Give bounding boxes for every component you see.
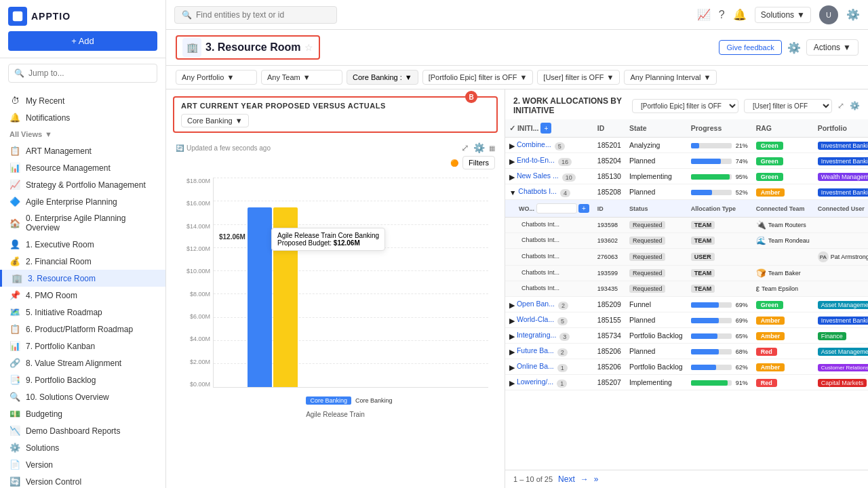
user-filter[interactable]: [User] filter is OFF ▼ (537, 70, 620, 85)
solutions-label: Solutions (761, 10, 794, 20)
expand-onlineba[interactable]: ▶ (509, 363, 515, 371)
expand-endtoen[interactable]: ▶ (509, 157, 515, 165)
sidebar-item-value-stream[interactable]: 🔗 8. Value Stream Alignment (0, 354, 165, 371)
user-work-filter[interactable]: [User] filter is OFF (744, 99, 832, 113)
expand-work-icon[interactable]: ⤢ (837, 101, 844, 110)
feedback-button[interactable]: Give feedback (719, 40, 781, 55)
chart-art-filter[interactable]: Core Banking ▼ (181, 114, 249, 127)
chart-body: $18.00M $16.00M $14.00M $12.00M $10.00M … (166, 172, 505, 488)
chart-updated: 🔄 Updated a few seconds ago (176, 144, 271, 152)
filter-icon[interactable]: ⚙️ (787, 41, 801, 54)
cell-state-newsales: Implementing (625, 169, 687, 184)
expand-chart-icon[interactable]: ⤢ (461, 142, 469, 153)
sub-table-row: Chatbots Int... 193599 Requested TEAM 🍞 … (505, 266, 868, 281)
sidebar-item-budgeting[interactable]: 💵 Budgeting (0, 405, 165, 422)
tooltip-line2: Proposed Budget: $12.06M (277, 239, 379, 247)
link-icon: 🔗 (9, 358, 20, 368)
settings-work-icon[interactable]: ⚙️ (850, 101, 860, 110)
star-icon[interactable]: ☆ (304, 42, 313, 53)
filters-button[interactable]: Filters (462, 156, 495, 169)
sidebar-item-initiative-roadmap[interactable]: 🗺️ 5. Initiative Roadmap (0, 304, 165, 321)
double-arrow[interactable]: » (594, 474, 599, 484)
settings-chart-icon[interactable]: ⚙️ (473, 142, 485, 153)
actions-button[interactable]: Actions ▼ (806, 39, 859, 56)
y-label-16: $16.00M (186, 200, 210, 207)
cell-initiative-worldcla: ▶ World-Cla... 5 (505, 312, 593, 328)
expand-chatbots[interactable]: ▼ (509, 188, 516, 197)
expand-combine[interactable]: ▶ (509, 142, 515, 150)
expand-openban[interactable]: ▶ (509, 301, 515, 309)
sidebar-item-strategy[interactable]: 📈 Strategy & Portfolio Management (0, 176, 165, 193)
sidebar-search[interactable]: 🔍 (8, 64, 157, 83)
sidebar-item-my-recent[interactable]: ⏱ My Recent (0, 92, 165, 109)
team-filter[interactable]: Any Team ▼ (261, 70, 342, 85)
sidebar-item-enterprise-overview[interactable]: 🏠 0. Enterprise Agile Planning Overview (0, 210, 165, 236)
top-bar: 🔍 📈 ? 🔔 Solutions ▼ U ⚙️ (166, 0, 868, 30)
sidebar-item-executive-room[interactable]: 👤 1. Executive Room (0, 236, 165, 253)
notification-icon[interactable]: 🔔 (733, 8, 747, 21)
bell-icon: 🔔 (9, 113, 20, 123)
expand-worldcla[interactable]: ▶ (509, 317, 515, 325)
sidebar-item-notifications[interactable]: 🔔 Notifications (0, 109, 165, 126)
portfolio-filter[interactable]: Any Portfolio ▼ (176, 70, 257, 85)
help-icon[interactable]: ? (719, 9, 725, 21)
expand-newsales[interactable]: ▶ (509, 173, 515, 181)
work-header: 2. WORK ALLOCATIONS BY INITIATIVE [Portf… (505, 89, 868, 119)
logo-icon (8, 7, 27, 26)
chevron-banking-icon: ▼ (405, 73, 412, 81)
sidebar-item-demo-dashboard[interactable]: 📉 Demo Dashboard Reports (0, 422, 165, 439)
sidebar-item-resource-room[interactable]: 🏢 3. Resource Room (0, 270, 165, 287)
page-title-box: 🏢 3. Resource Room ☆ (176, 35, 320, 60)
global-search[interactable]: 🔍 (174, 6, 337, 24)
settings-icon[interactable]: ⚙️ (846, 8, 860, 21)
next-link[interactable]: Next (558, 474, 575, 484)
col-portfolio: Portfolio (814, 119, 868, 138)
global-search-input[interactable] (196, 10, 330, 20)
add-button[interactable]: + Add (8, 31, 157, 51)
grid-chart-icon[interactable]: ▦ (489, 144, 495, 152)
sidebar-search-input[interactable] (28, 68, 151, 78)
sidebar-item-version[interactable]: 📄 Version (0, 456, 165, 473)
sub-table-header: WO... + ID Status Allocation Type Connec… (505, 200, 868, 218)
count-lowering: 1 (557, 380, 567, 388)
expand-futureba[interactable]: ▶ (509, 348, 515, 356)
sidebar-item-product-platform[interactable]: 📋 6. Product/Platform Roadmap (0, 321, 165, 338)
sidebar-item-financial-room[interactable]: 💰 2. Financial Room (0, 253, 165, 270)
agile-icon: 🔷 (9, 197, 20, 207)
next-arrow[interactable]: → (580, 474, 589, 484)
table-row: ▶ Future Ba... 2 185206 Planned 68% (505, 344, 868, 359)
cell-rag-endtoen: Green (752, 153, 814, 169)
expand-lowering[interactable]: ▶ (509, 379, 515, 387)
expand-integrating[interactable]: ▶ (509, 332, 515, 340)
add-wo-btn[interactable]: + (578, 204, 589, 213)
add-initiative-btn[interactable]: + (540, 123, 551, 134)
count-onlineba: 1 (557, 364, 568, 372)
chart-header: ART CURRENT YEAR PROPOSED VERSUS ACTUALS… (173, 96, 498, 133)
core-banking-filter[interactable]: Core Banking : ▼ (347, 70, 418, 85)
initiatives-table-container: ✓ INITI... + ID State Progress RAG Portf… (505, 119, 868, 470)
solutions-button[interactable]: Solutions ▼ (755, 7, 811, 23)
sidebar-item-portfolio-kanban[interactable]: 📊 7. Portfolio Kanban (0, 338, 165, 354)
sidebar-item-solutions[interactable]: ⚙️ Solutions (0, 439, 165, 456)
sidebar-item-solutions-overview[interactable]: 🔍 10. Solutions Overview (0, 388, 165, 405)
sidebar-item-resource-mgmt[interactable]: 📊 Resource Management (0, 159, 165, 176)
portfolio-epic-filter[interactable]: [Portfolio Epic] filter is OFF ▼ (422, 70, 534, 85)
sidebar-item-portfolio-backlog[interactable]: 📑 9. Portfolio Backlog (0, 371, 165, 388)
user-avatar[interactable]: U (819, 5, 838, 24)
x-label-selected: Core Banking (306, 396, 351, 405)
activity-icon[interactable]: 📈 (697, 8, 711, 21)
content-area: ART CURRENT YEAR PROPOSED VERSUS ACTUALS… (166, 89, 868, 488)
planning-interval-filter[interactable]: Any Planning Interval ▼ (624, 70, 717, 85)
art-icon: 📋 (9, 146, 20, 156)
sidebar-item-pmo-room[interactable]: 📌 4. PMO Room (0, 287, 165, 304)
map-icon: 🗺️ (9, 307, 20, 317)
sidebar-item-version-control[interactable]: 🔄 Version Control (0, 473, 165, 488)
chart-right-controls: ⤢ ⚙️ ▦ (461, 142, 495, 153)
all-views-section[interactable]: All Views ▼ (0, 126, 165, 142)
gear-icon: ⚙️ (9, 443, 20, 453)
portfolio-epic-work-filter[interactable]: [Portfolio Epic] filter is OFF (632, 99, 738, 113)
chart-header-wrapper: ART CURRENT YEAR PROPOSED VERSUS ACTUALS… (173, 96, 498, 133)
sidebar-item-art-mgmt[interactable]: 📋 ART Management (0, 142, 165, 159)
sidebar-item-agile[interactable]: 🔷 Agile Enterprise Planning (0, 193, 165, 210)
wo-search[interactable] (536, 203, 577, 214)
